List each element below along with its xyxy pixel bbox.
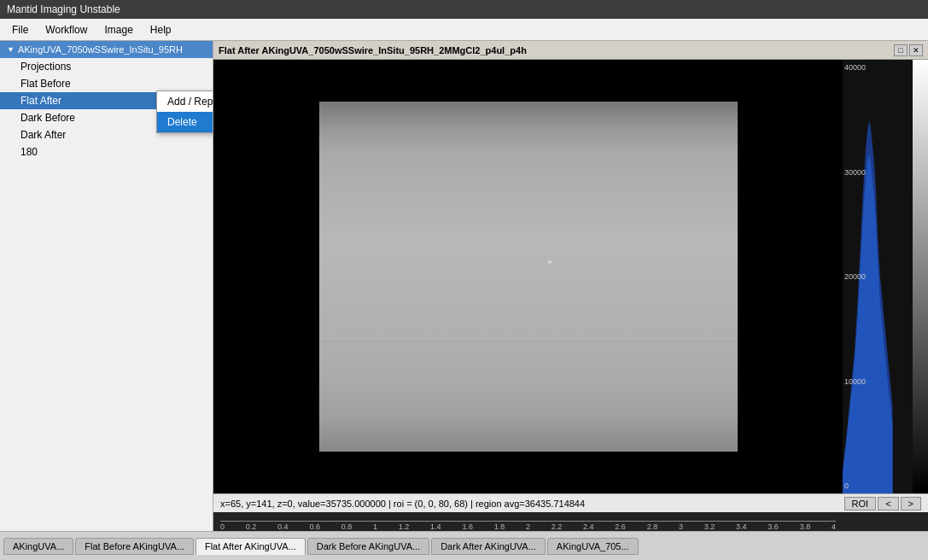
sidebar: AKingUVA_7050wSSwire_InSitu_95RH Project… xyxy=(0,41,213,531)
svg-rect-2 xyxy=(319,341,738,342)
tab-3[interactable]: Dark Before AKingUVA... xyxy=(307,538,429,555)
menu-help[interactable]: Help xyxy=(142,20,180,39)
sidebar-root-item[interactable]: AKingUVA_7050wSSwire_InSitu_95RH xyxy=(0,41,213,58)
viewer-main: 40000 30000 20000 10000 0 xyxy=(213,60,928,493)
menu-bar: File Workflow Image Help xyxy=(0,19,928,41)
viewer-title-bar: Flat After AKingUVA_7050wSSwire_InSitu_9… xyxy=(213,41,928,60)
image-display-area[interactable] xyxy=(213,60,843,493)
roi-controls: ROI < > xyxy=(844,497,921,510)
svg-point-3 xyxy=(548,260,552,264)
tab-4[interactable]: Dark After AKingUVA... xyxy=(431,538,546,555)
scale-labels: 0 0.2 0.4 0.6 0.8 1 1.2 1.4 1.6 1.8 2 2.… xyxy=(220,522,836,531)
viewer-close-button[interactable]: ✕ xyxy=(909,44,923,56)
viewer-restore-button[interactable]: □ xyxy=(894,44,908,56)
image-svg xyxy=(319,102,738,452)
tab-5[interactable]: AKingUVA_705... xyxy=(547,538,639,555)
menu-file[interactable]: File xyxy=(3,20,37,39)
context-menu-add-replace[interactable]: Add / Replace Stack xyxy=(157,91,213,112)
nav-prev-button[interactable]: < xyxy=(878,497,898,510)
viewer-controls: □ ✕ xyxy=(894,44,923,56)
app-title: Mantid Imaging Unstable xyxy=(7,3,120,15)
context-menu: Add / Replace Stack Delete xyxy=(156,90,213,133)
gradient-bar xyxy=(913,60,928,493)
menu-workflow[interactable]: Workflow xyxy=(37,20,96,39)
histogram-chart: 40000 30000 20000 10000 0 xyxy=(843,60,928,493)
flat-image xyxy=(319,102,738,452)
tab-2[interactable]: Flat After AKingUVA... xyxy=(196,538,306,555)
roi-button[interactable]: ROI xyxy=(844,497,877,510)
nav-next-button[interactable]: > xyxy=(901,497,921,510)
sidebar-root-label: AKingUVA_7050wSSwire_InSitu_95RH xyxy=(18,44,183,55)
histogram-panel: 40000 30000 20000 10000 0 xyxy=(843,60,928,493)
context-menu-delete[interactable]: Delete xyxy=(157,112,213,132)
sidebar-item-flat-before[interactable]: Flat Before xyxy=(0,75,213,92)
sidebar-item-projections[interactable]: Projections xyxy=(0,58,213,75)
status-bar: x=65, y=141, z=0, value=35735.000000 | r… xyxy=(213,493,928,512)
menu-image[interactable]: Image xyxy=(96,20,141,39)
svg-rect-1 xyxy=(319,230,738,231)
status-text: x=65, y=141, z=0, value=35735.000000 | r… xyxy=(220,499,585,509)
bottom-tabs: AKingUVA... Flat Before AKingUVA... Flat… xyxy=(0,531,928,560)
sidebar-item-180[interactable]: 180 xyxy=(0,143,213,160)
svg-rect-0 xyxy=(319,102,738,452)
y-axis-labels: 40000 30000 20000 10000 0 xyxy=(844,60,866,493)
tab-1[interactable]: Flat Before AKingUVA... xyxy=(75,538,194,555)
viewer-title-text: Flat After AKingUVA_7050wSSwire_InSitu_9… xyxy=(219,45,527,55)
scale-bar: 0 0.2 0.4 0.6 0.8 1 1.2 1.4 1.6 1.8 2 2.… xyxy=(213,512,928,531)
content-area: Flat After AKingUVA_7050wSSwire_InSitu_9… xyxy=(213,41,928,531)
tab-0[interactable]: AKingUVA... xyxy=(3,538,73,555)
main-layout: AKingUVA_7050wSSwire_InSitu_95RH Project… xyxy=(0,41,928,531)
scale-bar-line xyxy=(220,521,836,522)
title-bar: Mantid Imaging Unstable xyxy=(0,0,928,19)
